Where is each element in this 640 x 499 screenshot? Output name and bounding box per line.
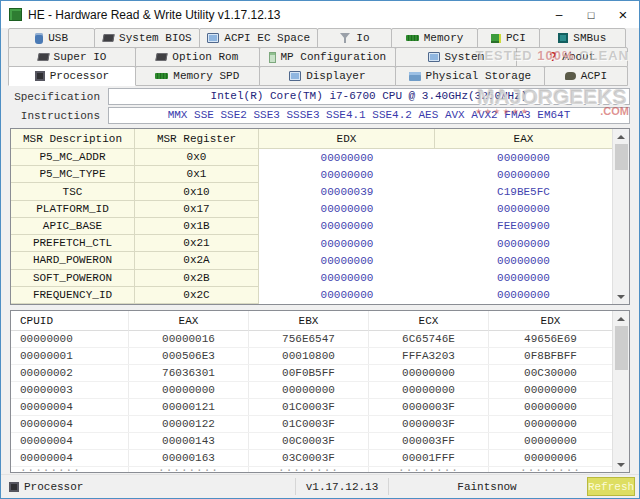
tab-about[interactable]: About [516,47,628,67]
msr-register-cell: 0x21 [135,235,259,252]
cpuid-leaf-cell: 00000004 [11,433,129,449]
cpuid-table-row[interactable]: 00000004 00000122 01C0003F 0000003F 0000… [11,416,612,433]
msr-table-row[interactable]: APIC_BASE 0x1B 00000000 FEE00900 [11,218,612,235]
scroll-up-icon[interactable] [613,129,629,144]
msr-register-cell: 0x2A [135,252,259,269]
msr-scrollbar-thumb[interactable] [615,144,628,170]
cpuid-header-cell: CPUID [11,311,129,331]
ram-icon [406,35,419,41]
tab-physical-storage[interactable]: Physical Storage [395,66,545,86]
msr-eax-cell: FEE00900 [435,218,612,235]
msr-table-row[interactable]: SOFT_POWERON 0x2B 00000000 00000000 [11,270,612,287]
mpconfig-icon [269,52,276,63]
cpuid-eax-cell: 00000121 [129,399,249,415]
tab-displayer[interactable]: Displayer [259,66,396,86]
usb-icon [35,33,43,44]
instructions-field: MMX SSE SSE2 SSE3 SSSE3 SSE4.1 SSE4.2 AE… [108,107,630,124]
cpuid-header-cell: EAX [129,311,249,331]
cpuid-table-row[interactable]: 00000002 76036301 00F0B5FF 00000000 00C3… [11,365,612,382]
msr-description-cell: PREFETCH_CTL [11,235,135,252]
msr-table-row[interactable]: HARD_POWERON 0x2A 00000000 00000000 [11,252,612,269]
tab-smbus[interactable]: SMBus [539,28,626,48]
window-title: HE - Hardware Read & Write Utility v1.17… [28,8,543,22]
funnel-icon [339,32,351,44]
msr-edx-cell: 00000000 [259,287,435,304]
tab-acpi-ec-space[interactable]: ACPI EC Space [199,28,318,48]
tab-label: Io [356,32,369,44]
cpuid-table-row[interactable]: 00000000 00000016 756E6547 6C65746E 4965… [11,331,612,348]
cpuid-eax-cell: 76036301 [129,365,249,381]
msr-table-row[interactable]: P5_MC_ADDR 0x0 00000000 00000000 [11,149,612,166]
tab-system[interactable]: System [395,47,517,67]
question-icon [548,51,557,63]
tab-label: PCI [506,32,526,44]
msr-description-cell: P5_MC_TYPE [11,166,135,183]
monitor-icon [207,33,219,43]
msr-eax-cell: 00000000 [435,149,612,166]
cpuid-table-row[interactable]: 00000004 00000143 00C0003F 000003FF 0000… [11,433,612,450]
cpuid-table-row[interactable]: 00000004 00000121 01C0003F 0000003F 0000… [11,399,612,416]
maximize-button[interactable]: □ [575,1,607,28]
cpuid-table-panel: CPUIDEAXEBXECXEDX 00000000 00000016 756E… [10,310,630,473]
tab-memory-spd[interactable]: Memory SPD [135,66,260,86]
cpuid-scrollbar[interactable] [612,311,629,472]
cpuid-leaf-cell: 00000000 [11,331,129,347]
tab-super-io[interactable]: Super IO [8,47,136,67]
scroll-up-icon[interactable] [613,311,629,326]
cpuid-edx-cell: 00C30000 [489,365,612,381]
tab-label: USB [48,32,68,44]
tab-option-rom[interactable]: Option Rom [135,47,260,67]
tab-memory[interactable]: Memory [391,28,478,48]
tab-strip: USB System BIOS ACPI EC Space Io Memory … [1,28,639,85]
msr-table-row[interactable]: PREFETCH_CTL 0x21 00000000 00000000 [11,235,612,252]
msr-eax-cell: 00000000 [435,201,612,218]
msr-edx-cell: 00000000 [259,270,435,287]
chip-icon [156,53,168,61]
instructions-label: Instructions [10,110,108,122]
refresh-button[interactable]: Refresh [587,477,635,496]
msr-edx-cell: 00000000 [259,252,435,269]
msr-description-cell: HARD_POWERON [11,252,135,269]
tab-acpi[interactable]: ACPI [544,66,628,86]
cpuid-edx-cell: 49656E69 [489,331,612,347]
tab-pci[interactable]: PCI [477,28,539,48]
tab-label: SMBus [573,32,606,44]
msr-header-cell: MSR Description [11,129,135,149]
cpuid-table-row[interactable]: 00000001 000506E3 00010800 FFFA3203 0F8B… [11,348,612,365]
tab-usb[interactable]: USB [8,28,95,48]
cpuid-eax-cell: 00000016 [129,331,249,347]
cpuid-edx-cell: 00000000 [489,399,612,415]
msr-register-cell: 0x17 [135,201,259,218]
cpuid-scrollbar-thumb[interactable] [615,326,628,370]
cpuid-ecx-cell: 00000000 [369,365,489,381]
msr-table-row[interactable]: FREQUENCY_ID 0x2C 00000000 00000000 [11,287,612,304]
tab-processor[interactable]: Processor [8,66,136,86]
msr-table-row[interactable]: P5_MC_TYPE 0x1 00000000 00000000 [11,166,612,183]
msr-table-header: MSR DescriptionMSR RegisterEDXEAX [11,129,612,149]
cpu-icon [35,71,45,81]
close-button[interactable]: × [607,1,639,28]
tab-system-bios[interactable]: System BIOS [94,28,200,48]
status-version: v1.17.12.13 [296,481,388,493]
chip-icon [102,34,114,42]
cpuid-ebx-cell: 00C0003F [249,433,369,449]
cpuid-eax-cell: 00000122 [129,416,249,432]
minimize-button[interactable]: – [543,1,575,28]
tab-label: ACPI EC Space [224,32,310,44]
scroll-down-icon[interactable] [613,457,629,472]
msr-register-cell: 0x10 [135,183,259,200]
cpuid-edx-cell: 00000000 [489,416,612,432]
msr-table-row[interactable]: TSC 0x10 00000039 C19BE5FC [11,183,612,200]
msr-scrollbar[interactable] [612,129,629,304]
scroll-down-icon[interactable] [613,289,629,304]
cpuid-partial-row: ········ ········ ········ ········ ····… [11,467,612,472]
tab-mp-configuration[interactable]: MP Configuration [259,47,396,67]
monitor-icon [289,71,301,81]
specification-field: Intel(R) Core(TM) i7-6700 CPU @ 3.40GHz(… [108,88,630,105]
msr-table-row[interactable]: PLATFORM_ID 0x17 00000000 00000000 [11,201,612,218]
tab-io[interactable]: Io [317,28,392,48]
msr-edx-cell: 00000000 [259,218,435,235]
cpu-icon [9,482,19,492]
msr-register-cell: 0x1B [135,218,259,235]
cpuid-table-row[interactable]: 00000003 00000000 00000000 00000000 0000… [11,382,612,399]
